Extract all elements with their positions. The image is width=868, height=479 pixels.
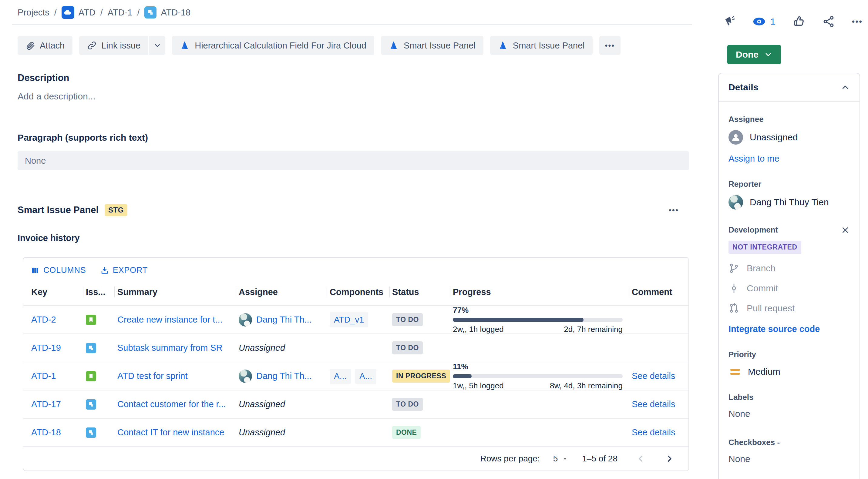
column-header-summary[interactable]: Summary bbox=[114, 279, 236, 305]
assign-to-me-link[interactable]: Assign to me bbox=[728, 154, 779, 164]
progress-remaining: 2d, 7h remaining bbox=[564, 325, 623, 334]
see-details-link[interactable]: See details bbox=[632, 371, 675, 381]
issue-key-link[interactable]: ATD-19 bbox=[31, 343, 61, 353]
description-title: Description bbox=[18, 72, 710, 84]
component-chip[interactable]: A... bbox=[355, 369, 376, 384]
column-header-assignee[interactable]: Assignee bbox=[236, 279, 327, 305]
issue-key-link[interactable]: ATD-1 bbox=[31, 371, 56, 381]
status-badge: TO DO bbox=[392, 313, 423, 326]
table-toolbar: COLUMNS EXPORT bbox=[23, 258, 688, 279]
issue-summary-link[interactable]: ATD test for sprint bbox=[117, 371, 188, 381]
header-divider bbox=[12, 24, 692, 25]
issue-key-link[interactable]: ATD-18 bbox=[31, 427, 61, 438]
assignee-value: Unassigned bbox=[750, 132, 798, 142]
status-badge: TO DO bbox=[392, 398, 423, 411]
jira-issue-view: Projects / ATD / ATD-1 / ATD-18 Attach bbox=[0, 0, 868, 479]
table-row: ATD-17 Contact customer for the r... Una… bbox=[23, 390, 688, 418]
column-header-comment[interactable]: Comment bbox=[629, 279, 684, 305]
details-panel-header[interactable]: Details bbox=[719, 73, 860, 102]
progress-indicator: 77% 2w,, 1h logged 2d, 7h remaining bbox=[453, 306, 623, 334]
export-button[interactable]: EXPORT bbox=[100, 265, 148, 275]
unassigned-avatar-icon bbox=[728, 130, 743, 145]
panel-more-button[interactable]: ••• bbox=[669, 205, 679, 215]
assignee-value-row[interactable]: Unassigned bbox=[728, 130, 850, 145]
pull-request-icon bbox=[728, 303, 739, 314]
feedback-button[interactable] bbox=[722, 15, 735, 28]
status-dropdown-button[interactable]: Done bbox=[727, 45, 781, 64]
app-button-smart-issue-panel-1[interactable]: Smart Issue Panel bbox=[381, 36, 484, 55]
more-apps-button[interactable]: ••• bbox=[599, 36, 621, 55]
issue-summary-link[interactable]: Contact IT for new instance bbox=[117, 427, 224, 438]
column-header-progress[interactable]: Progress bbox=[450, 279, 629, 305]
subtask-type-icon bbox=[86, 399, 96, 410]
assignee-link[interactable]: Dang Thi Th... bbox=[256, 371, 312, 381]
integrate-source-code-link[interactable]: Integrate source code bbox=[728, 324, 820, 334]
component-chip[interactable]: ATD_v1 bbox=[330, 312, 368, 327]
progress-fill bbox=[453, 318, 584, 322]
chevron-right-icon bbox=[664, 453, 675, 464]
description-placeholder[interactable]: Add a description... bbox=[18, 91, 710, 102]
issue-key-link[interactable]: ATD-2 bbox=[31, 315, 56, 325]
breadcrumb-separator: / bbox=[137, 7, 140, 18]
priority-value-row[interactable]: Medium bbox=[728, 366, 850, 377]
chevron-down-icon bbox=[764, 50, 772, 59]
breadcrumb-projects[interactable]: Projects bbox=[18, 7, 50, 18]
development-label: Development bbox=[728, 225, 778, 235]
paragraph-field-value[interactable]: None bbox=[18, 151, 689, 170]
reporter-value-row[interactable]: Dang Thi Thuy Tien bbox=[728, 195, 850, 210]
watchers-count: 1 bbox=[770, 17, 775, 27]
dismiss-development-button[interactable] bbox=[841, 226, 850, 235]
column-header-components[interactable]: Components bbox=[327, 279, 389, 305]
triangle-down-icon bbox=[561, 455, 569, 462]
column-header-status[interactable]: Status bbox=[389, 279, 450, 305]
component-chip[interactable]: A... bbox=[330, 369, 351, 384]
previous-page-button[interactable] bbox=[633, 453, 648, 464]
issue-summary-link[interactable]: Contact customer for the r... bbox=[117, 399, 226, 409]
table-pagination: Rows per page: 5 1–5 of 28 bbox=[23, 446, 688, 471]
status-badge: IN PROGRESS bbox=[392, 370, 450, 383]
checkboxes-value[interactable]: None bbox=[728, 454, 850, 464]
next-page-button[interactable] bbox=[662, 453, 677, 464]
chevron-left-icon bbox=[636, 453, 646, 464]
assignee-link[interactable]: Dang Thi Th... bbox=[256, 315, 312, 325]
checkboxes-label: Checkboxes - bbox=[728, 438, 850, 447]
subtask-type-icon bbox=[86, 427, 96, 438]
rows-per-page-select[interactable]: 5 bbox=[553, 454, 569, 464]
more-actions-button[interactable]: ••• bbox=[852, 17, 863, 26]
reporter-avatar bbox=[728, 195, 743, 210]
atlassian-icon bbox=[498, 40, 508, 51]
stg-badge: STG bbox=[105, 204, 127, 216]
project-cloud-icon bbox=[62, 6, 74, 19]
issue-summary-link[interactable]: Create new instance for t... bbox=[117, 315, 223, 325]
link-issue-split-button: Link issue bbox=[79, 36, 165, 55]
table-header-row: Key Iss... Summary Assignee Components S… bbox=[23, 279, 688, 305]
breadcrumb-project-atd[interactable]: ATD bbox=[62, 6, 96, 19]
link-issue-button[interactable]: Link issue bbox=[79, 36, 148, 55]
attach-button[interactable]: Attach bbox=[18, 36, 72, 55]
column-header-key[interactable]: Key bbox=[28, 279, 83, 305]
smart-issue-panel-title: Smart Issue Panel bbox=[18, 205, 99, 216]
eye-icon bbox=[752, 14, 766, 29]
priority-value: Medium bbox=[748, 366, 780, 377]
labels-value[interactable]: None bbox=[728, 409, 850, 419]
app-button-hierarchical-calc[interactable]: Hierarchical Calculation Field For Jira … bbox=[172, 36, 374, 55]
columns-button[interactable]: COLUMNS bbox=[31, 265, 86, 275]
reporter-value: Dang Thi Thuy Tien bbox=[750, 197, 829, 207]
watch-button[interactable]: 1 bbox=[752, 14, 775, 29]
column-header-issuetype[interactable]: Iss... bbox=[83, 279, 114, 305]
columns-icon bbox=[31, 266, 40, 275]
ellipsis-icon: ••• bbox=[605, 41, 615, 50]
vote-button[interactable] bbox=[793, 15, 805, 28]
priority-label: Priority bbox=[728, 350, 850, 359]
download-icon bbox=[100, 266, 109, 275]
link-issue-dropdown-button[interactable] bbox=[148, 36, 165, 55]
see-details-link[interactable]: See details bbox=[632, 427, 675, 438]
issue-key-link[interactable]: ATD-17 bbox=[31, 399, 61, 409]
see-details-link[interactable]: See details bbox=[632, 399, 675, 409]
issue-summary-link[interactable]: Subtask summary from SR bbox=[117, 343, 222, 353]
share-button[interactable] bbox=[822, 15, 835, 28]
atlassian-icon bbox=[389, 40, 399, 51]
breadcrumb-parent-issue[interactable]: ATD-1 bbox=[108, 7, 132, 18]
breadcrumb-current-issue[interactable]: ATD-18 bbox=[144, 6, 190, 19]
app-button-smart-issue-panel-2[interactable]: Smart Issue Panel bbox=[490, 36, 593, 55]
